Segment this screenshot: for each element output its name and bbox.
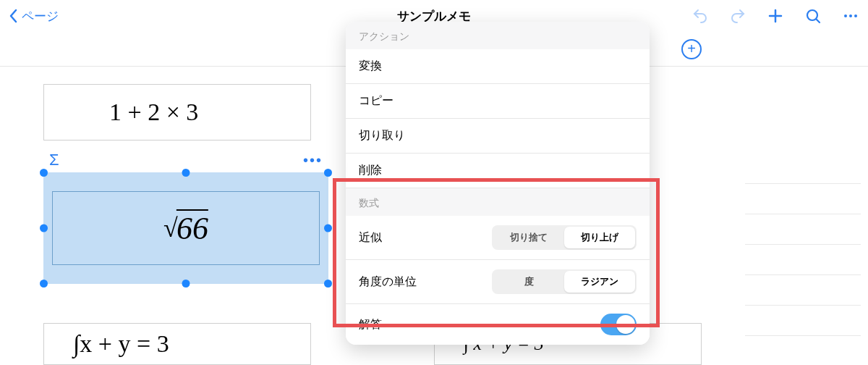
setting-label: 解答	[359, 317, 382, 332]
approx-truncate[interactable]: 切り捨て	[493, 227, 564, 248]
undo-button[interactable]	[692, 7, 709, 25]
resize-handle[interactable]	[182, 280, 190, 288]
resize-handle[interactable]	[324, 225, 332, 232]
math-block-2[interactable]: √66	[52, 191, 320, 265]
selected-math-block[interactable]: √66	[43, 172, 328, 284]
answer-toggle[interactable]	[600, 314, 637, 335]
math-expression: ∫x + y = 3	[73, 330, 169, 358]
resize-handle[interactable]	[40, 169, 48, 177]
math-block-1[interactable]: 1 + 2 × 3	[43, 84, 311, 140]
angle-segmented[interactable]: 度 ラジアン	[492, 269, 637, 294]
menu-label: 削除	[359, 163, 382, 178]
plus-icon: +	[687, 41, 696, 57]
resize-handle[interactable]	[324, 169, 332, 177]
plus-icon	[767, 7, 784, 25]
menu-item-convert[interactable]: 変換	[346, 49, 650, 84]
search-button[interactable]	[804, 7, 822, 25]
section-header-action: アクション	[346, 22, 650, 49]
ruled-lines	[745, 154, 861, 365]
redo-icon	[729, 7, 746, 25]
resize-handle[interactable]	[40, 225, 48, 232]
redo-button[interactable]	[729, 7, 746, 25]
setting-label: 角度の単位	[359, 274, 417, 290]
angle-radian[interactable]: ラジアン	[564, 271, 635, 293]
context-popover: アクション 変換 コピー 切り取り 削除 数式 近似 切り捨て 切り上げ 角度の…	[346, 22, 650, 345]
toggle-knob	[616, 315, 635, 334]
setting-label: 近似	[359, 230, 382, 246]
more-button[interactable]	[842, 7, 859, 25]
add-button[interactable]	[767, 7, 784, 25]
setting-approx: 近似 切り捨て 切り上げ	[346, 216, 650, 260]
menu-label: 切り取り	[359, 128, 405, 143]
svg-point-4	[844, 14, 847, 17]
svg-point-5	[849, 14, 852, 17]
setting-angle: 角度の単位 度 ラジアン	[346, 260, 650, 304]
more-icon	[842, 7, 859, 25]
menu-item-cut[interactable]: 切り取り	[346, 119, 650, 154]
section-header-math: 数式	[346, 188, 650, 216]
header-actions	[692, 7, 859, 25]
menu-item-copy[interactable]: コピー	[346, 84, 650, 119]
block-more-button[interactable]: •••	[303, 152, 323, 169]
search-icon	[804, 7, 822, 25]
undo-icon	[692, 7, 709, 25]
math-block-3-handwritten[interactable]: ∫x + y = 3	[43, 323, 311, 365]
math-expression: 1 + 2 × 3	[109, 98, 198, 126]
back-label: ページ	[22, 8, 59, 25]
chevron-left-icon	[9, 9, 19, 23]
resize-handle[interactable]	[182, 169, 190, 177]
resize-handle[interactable]	[324, 280, 332, 288]
sigma-icon: Σ	[49, 151, 59, 169]
add-section-button[interactable]: +	[681, 39, 702, 59]
approx-roundup[interactable]: 切り上げ	[564, 227, 635, 248]
root-value: 66	[176, 210, 208, 247]
menu-label: コピー	[359, 93, 393, 109]
svg-line-3	[817, 20, 820, 23]
menu-label: 変換	[359, 59, 382, 74]
setting-answer: 解答	[346, 304, 650, 345]
resize-handle[interactable]	[40, 280, 48, 288]
popover-arrow	[346, 162, 346, 177]
approx-segmented[interactable]: 切り捨て 切り上げ	[492, 225, 637, 250]
svg-point-6	[854, 14, 857, 17]
back-button[interactable]: ページ	[9, 8, 59, 25]
menu-item-delete[interactable]: 削除	[346, 154, 650, 188]
angle-degree[interactable]: 度	[493, 271, 564, 293]
